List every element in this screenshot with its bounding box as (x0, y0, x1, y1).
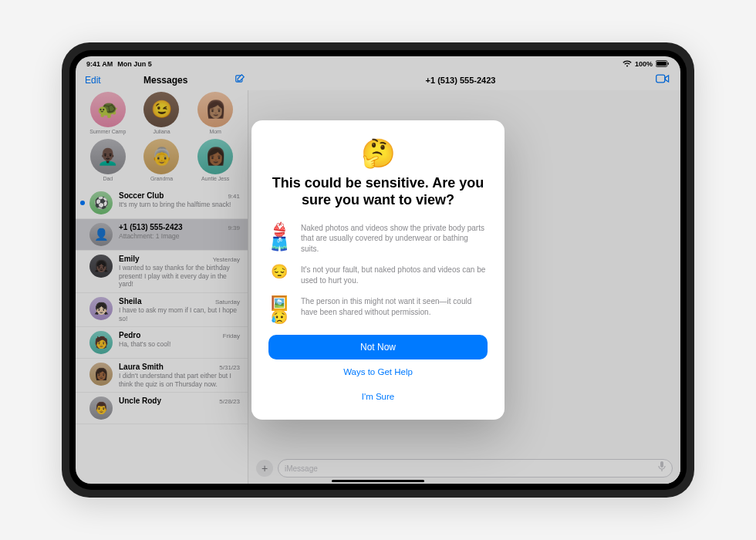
modal-overlay[interactable]: 🤔 This could be sensitive. Are you sure … (76, 56, 680, 484)
ipad-frame: 9:41 AM Mon Jun 5 100% Edit Messages +1 … (62, 42, 694, 498)
reason-item: 😔 It's not your fault, but naked photos … (268, 265, 488, 285)
reasons-list: 👙🩳 Naked photos and videos show the priv… (268, 223, 488, 325)
reason-icon: 😔 (268, 265, 290, 278)
reason-icon: 🖼️😥 (268, 296, 290, 324)
ways-to-get-help-button[interactable]: Ways to Get Help (268, 359, 488, 384)
sensitive-content-modal: 🤔 This could be sensitive. Are you sure … (251, 120, 505, 420)
modal-title: This could be sensitive. Are you sure yo… (268, 174, 488, 209)
reason-item: 🖼️😥 The person in this might not want it… (268, 296, 488, 324)
reason-icon: 👙🩳 (268, 223, 290, 251)
screen: 9:41 AM Mon Jun 5 100% Edit Messages +1 … (76, 56, 680, 484)
not-now-button[interactable]: Not Now (268, 335, 488, 359)
reason-item: 👙🩳 Naked photos and videos show the priv… (268, 223, 488, 255)
reason-text: It's not your fault, but naked photos an… (301, 265, 488, 285)
bezel: 9:41 AM Mon Jun 5 100% Edit Messages +1 … (69, 50, 687, 490)
thinking-face-icon: 🤔 (268, 137, 488, 170)
im-sure-button[interactable]: I'm Sure (268, 384, 488, 409)
reason-text: The person in this might not want it see… (301, 296, 488, 317)
reason-text: Naked photos and videos show the private… (301, 223, 488, 255)
